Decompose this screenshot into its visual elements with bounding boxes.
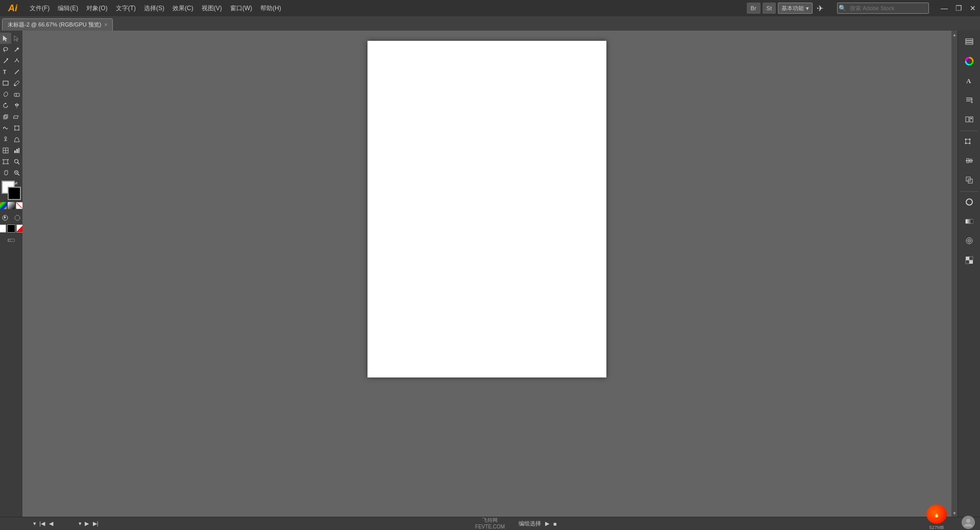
minimize-button[interactable]: — — [937, 0, 951, 16]
graph-tool[interactable] — [11, 145, 22, 156]
st-button[interactable]: St — [763, 3, 776, 14]
zoom-tool[interactable] — [11, 156, 22, 167]
mesh-tool[interactable] — [0, 145, 11, 156]
nav-next-button[interactable]: ▶ — [84, 520, 90, 527]
character-panel-icon[interactable]: A — [960, 71, 978, 90]
libraries-panel-icon[interactable] — [960, 110, 978, 129]
svg-rect-54 — [966, 43, 973, 44]
menu-file[interactable]: 文件(F) — [26, 0, 54, 16]
svg-rect-81 — [969, 260, 973, 264]
workspace-switcher[interactable]: 基本功能 ▾ — [778, 3, 813, 14]
reflect-tool[interactable] — [11, 100, 22, 111]
eraser-tool[interactable] — [11, 89, 22, 100]
scroll-up-arrow[interactable]: ▲ — [951, 32, 958, 38]
swatches-panel-icon[interactable] — [960, 52, 978, 70]
draw-behind-mode[interactable] — [12, 212, 22, 223]
memory-usage-badge[interactable]: 🔥 527MB — [924, 504, 949, 530]
nav-last-button[interactable]: ▶| — [92, 520, 100, 527]
maximize-button[interactable]: ❐ — [951, 0, 966, 16]
br-button[interactable]: Br — [747, 3, 761, 14]
warp-tools-row — [0, 122, 22, 134]
paintbrush-tool[interactable] — [11, 78, 22, 89]
adobe-stock-search[interactable] — [837, 3, 929, 14]
svg-point-79 — [969, 240, 970, 241]
menu-select[interactable]: 选择(S) — [140, 0, 168, 16]
menu-type[interactable]: 文字(T) — [112, 0, 140, 16]
menu-edit[interactable]: 编辑(E) — [54, 0, 82, 16]
free-transform-tool[interactable] — [11, 122, 22, 134]
appearance-panel-icon[interactable] — [960, 232, 978, 250]
title-bar: Ai 文件(F) 编辑(E) 对象(O) 文字(T) 选择(S) 效果(C) 视… — [0, 0, 980, 16]
svg-point-66 — [965, 139, 966, 140]
align-panel-icon[interactable] — [960, 152, 978, 170]
menu-effect[interactable]: 效果(C) — [168, 0, 198, 16]
selection-tool[interactable] — [0, 33, 11, 44]
stroke-panel-icon[interactable] — [960, 193, 978, 211]
menu-help[interactable]: 帮助(H) — [256, 0, 285, 16]
close-button[interactable]: ✕ — [966, 0, 980, 16]
stop-button[interactable]: ■ — [553, 521, 557, 527]
lasso-tool[interactable] — [0, 44, 11, 55]
puppet-warp-tool[interactable] — [0, 134, 11, 145]
menu-window[interactable]: 窗口(W) — [226, 0, 256, 16]
tab-close-button[interactable]: × — [105, 22, 108, 28]
warp-tool[interactable] — [0, 122, 11, 134]
svg-rect-34 — [16, 149, 18, 153]
none-black-swatch[interactable] — [7, 224, 15, 233]
none-red-swatch[interactable] — [16, 224, 22, 233]
transform-panel-icon[interactable] — [960, 132, 978, 150]
play-button[interactable]: ▶ — [545, 520, 549, 527]
svg-point-69 — [969, 143, 970, 144]
scale-tool[interactable] — [0, 111, 11, 122]
window-controls: — ❐ ✕ — [937, 0, 980, 16]
zoom-dropdown-arrow[interactable]: ▾ — [33, 520, 36, 527]
svg-marker-14 — [15, 104, 16, 107]
draw-normal-mode[interactable] — [0, 212, 11, 223]
svg-rect-82 — [969, 257, 973, 260]
svg-rect-83 — [966, 260, 969, 264]
blob-brush-tool[interactable] — [0, 89, 11, 100]
header-right-controls: Br St 基本功能 ▾ ✈ 🔍 — [747, 3, 929, 14]
artboard-num-dropdown[interactable]: ▾ — [79, 520, 82, 527]
gradient-panel-icon[interactable] — [960, 212, 978, 231]
gradient-mode-button[interactable] — [8, 202, 15, 209]
chevron-down-icon: ▾ — [806, 5, 809, 12]
type-tool[interactable]: T — [0, 66, 11, 78]
zoom-input[interactable]: 66.67% — [4, 521, 32, 527]
layers-panel-icon[interactable] — [960, 33, 978, 51]
magic-wand-tool[interactable] — [11, 44, 22, 55]
perspective-tool[interactable] — [11, 134, 22, 145]
stroke-swatch[interactable] — [8, 187, 21, 200]
pathfinder-panel-icon[interactable] — [960, 171, 978, 189]
screen-mode-button[interactable] — [0, 235, 22, 246]
none-white-swatch[interactable] — [0, 224, 6, 233]
nav-first-button[interactable]: |◀ — [38, 520, 46, 527]
tab-title: 未标题-2 @ 66.67% (RGB/GPU 预览) — [8, 21, 102, 29]
rotate-tool[interactable] — [0, 100, 11, 111]
line-tool[interactable] — [11, 66, 22, 78]
menu-object[interactable]: 对象(O) — [82, 0, 111, 16]
curvature-tool[interactable] — [11, 55, 22, 66]
zoom-in-tool[interactable] — [11, 167, 22, 179]
watermark: 飞特网 FEVTE.COM — [475, 517, 505, 530]
artboard-number-input[interactable]: 1 — [56, 521, 77, 527]
artboard-tool[interactable] — [0, 156, 11, 167]
rectangle-tool[interactable] — [0, 78, 11, 89]
transparency-panel-icon[interactable] — [960, 251, 978, 269]
vertical-scrollbar[interactable]: ▲ ▼ — [951, 31, 958, 517]
shear-tool[interactable] — [11, 111, 22, 122]
paragraph-panel-icon[interactable] — [960, 91, 978, 109]
pen-tool[interactable] — [0, 55, 11, 66]
swap-colors-icon[interactable]: ⇌ — [14, 181, 20, 187]
none-mode-button[interactable] — [16, 202, 22, 209]
canvas-area[interactable] — [22, 31, 951, 517]
user-account-icon[interactable] — [962, 516, 975, 529]
hand-tool[interactable] — [0, 167, 11, 179]
document-tab[interactable]: 未标题-2 @ 66.67% (RGB/GPU 预览) × — [2, 18, 113, 31]
direct-selection-tool[interactable] — [11, 33, 22, 44]
scroll-down-arrow[interactable]: ▼ — [951, 510, 958, 517]
nav-prev-button[interactable]: ◀ — [48, 520, 54, 527]
menu-view[interactable]: 视图(V) — [198, 0, 226, 16]
color-mode-button[interactable] — [0, 202, 7, 209]
send-icon[interactable]: ✈ — [815, 4, 825, 13]
